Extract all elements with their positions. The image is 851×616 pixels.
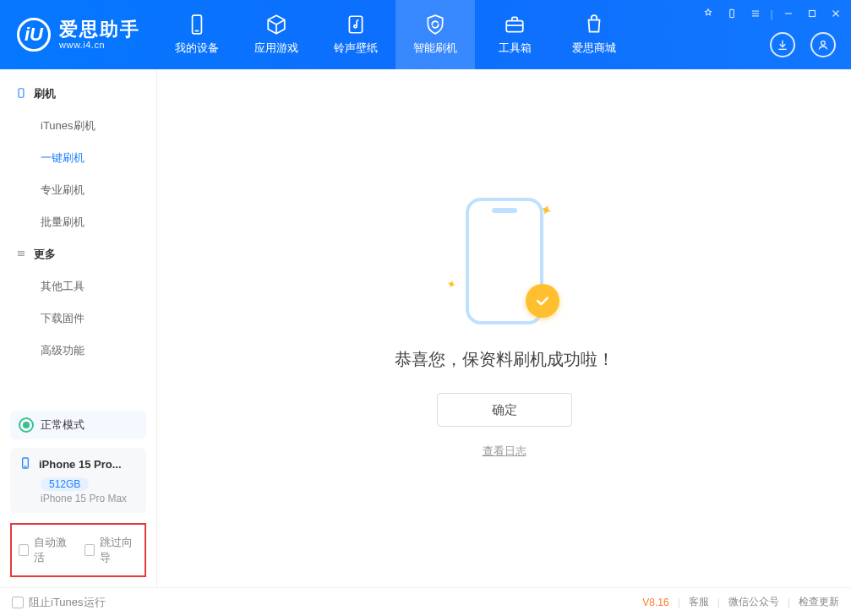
logo-block: iU 爱思助手 www.i4.cn (0, 0, 157, 69)
svg-point-13 (821, 41, 826, 46)
storage-badge: 512GB (41, 477, 89, 491)
device-name: iPhone 15 Pro... (39, 458, 122, 471)
menu-icon[interactable] (747, 5, 764, 22)
status-ok-icon (19, 417, 34, 433)
toolbox-icon (504, 14, 526, 35)
app-logo-icon: iU (17, 18, 51, 52)
success-message: 恭喜您，保资料刷机成功啦！ (395, 348, 614, 371)
top-navbar: 我的设备 应用游戏 铃声壁纸 智能刷机 (157, 0, 634, 69)
status-label: 正常模式 (41, 417, 85, 433)
nav-label: 铃声壁纸 (334, 41, 378, 56)
sidebar-item-pro-flash[interactable]: 专业刷机 (0, 174, 156, 206)
svg-rect-5 (729, 9, 734, 17)
main-panel: ✦ ✦ 恭喜您，保资料刷机成功啦！ 确定 查看日志 (157, 69, 851, 587)
checkbox-icon (12, 597, 24, 608)
music-icon (345, 14, 367, 35)
success-illustration: ✦ ✦ (441, 198, 568, 324)
close-button[interactable] (827, 5, 844, 22)
svg-rect-4 (506, 21, 523, 32)
check-badge-icon (526, 284, 559, 318)
checkbox-skip-wizard[interactable]: 跳过向导 (85, 535, 139, 565)
checkbox-icon (19, 544, 29, 556)
nav-ringtone-wallpaper[interactable]: 铃声壁纸 (316, 0, 395, 69)
svg-rect-10 (810, 11, 816, 17)
view-log-link[interactable]: 查看日志 (483, 444, 526, 459)
body: 刷机 iTunes刷机 一键刷机 专业刷机 批量刷机 更多 其他工具 下载固件 … (0, 69, 851, 587)
nav-apps-games[interactable]: 应用游戏 (237, 0, 316, 69)
feedback-icon[interactable] (700, 5, 717, 22)
footer-link-wechat[interactable]: 微信公众号 (728, 595, 779, 609)
sidebar: 刷机 iTunes刷机 一键刷机 专业刷机 批量刷机 更多 其他工具 下载固件 … (0, 69, 157, 587)
sidebar-group-title: 更多 (34, 247, 56, 262)
confirm-button[interactable]: 确定 (437, 393, 572, 427)
sidebar-item-advanced[interactable]: 高级功能 (0, 335, 156, 367)
sidebar-group-flash[interactable]: 刷机 (0, 78, 156, 110)
nav-label: 工具箱 (499, 41, 532, 56)
nav-label: 智能刷机 (413, 41, 457, 56)
sidebar-bottom: 正常模式 iPhone 15 Pro... 512GB iPhone 15 Pr… (0, 402, 156, 587)
sidebar-group-title: 刷机 (34, 86, 56, 101)
header-action-circles (770, 32, 836, 57)
minimize-button[interactable] (780, 5, 797, 22)
sidebar-item-one-click-flash[interactable]: 一键刷机 (0, 142, 156, 174)
device-card[interactable]: iPhone 15 Pro... 512GB iPhone 15 Pro Max (10, 448, 146, 513)
footer-link-check-update[interactable]: 检查更新 (799, 595, 839, 609)
checkbox-label: 自动激活 (34, 535, 72, 565)
device-model: iPhone 15 Pro Max (41, 493, 138, 504)
checkbox-label: 阻止iTunes运行 (29, 595, 106, 610)
svg-rect-14 (19, 88, 24, 97)
phone-icon (19, 456, 32, 472)
footer-link-support[interactable]: 客服 (689, 595, 709, 609)
checkbox-auto-activate[interactable]: 自动激活 (19, 535, 73, 565)
version-label: V8.16 (642, 597, 668, 608)
sidebar-group-more[interactable]: 更多 (0, 238, 156, 270)
sidebar-item-other-tools[interactable]: 其他工具 (0, 270, 156, 303)
window-controls: | (700, 5, 844, 22)
nav-smart-flash[interactable]: 智能刷机 (395, 0, 475, 69)
shield-refresh-icon (424, 14, 446, 35)
footer: 阻止iTunes运行 V8.16 | 客服 | 微信公众号 | 检查更新 (0, 587, 851, 616)
header: iU 爱思助手 www.i4.cn 我的设备 应用游戏 (0, 0, 851, 69)
download-button[interactable] (770, 32, 795, 57)
nav-label: 应用游戏 (254, 41, 298, 56)
nav-toolbox[interactable]: 工具箱 (475, 0, 554, 69)
phone-small-icon[interactable] (723, 5, 740, 22)
nav-label: 爱思商城 (572, 41, 616, 56)
sidebar-item-itunes-flash[interactable]: iTunes刷机 (0, 110, 156, 142)
more-icon (15, 248, 27, 262)
logo-text: 爱思助手 www.i4.cn (59, 19, 140, 50)
app-window: iU 爱思助手 www.i4.cn 我的设备 应用游戏 (0, 0, 851, 616)
nav-label: 我的设备 (175, 41, 219, 56)
nav-my-device[interactable]: 我的设备 (157, 0, 237, 69)
checkbox-block-itunes[interactable]: 阻止iTunes运行 (12, 595, 106, 610)
app-title: 爱思助手 (59, 19, 140, 40)
sidebar-item-download-firmware[interactable]: 下载固件 (0, 303, 156, 335)
highlighted-options: 自动激活 跳过向导 (10, 523, 146, 577)
svg-point-3 (354, 25, 357, 28)
cube-icon (265, 14, 287, 35)
checkbox-label: 跳过向导 (100, 535, 138, 565)
maximize-button[interactable] (804, 5, 821, 22)
nav-store[interactable]: 爱思商城 (554, 0, 634, 69)
shopping-bag-icon (583, 14, 605, 35)
phone-icon (186, 14, 208, 35)
phone-outline-icon (15, 87, 27, 101)
checkbox-icon (85, 544, 95, 556)
sidebar-item-batch-flash[interactable]: 批量刷机 (0, 206, 156, 238)
account-button[interactable] (810, 32, 836, 57)
device-mode-status[interactable]: 正常模式 (10, 411, 146, 439)
app-subtitle: www.i4.cn (59, 40, 140, 50)
sparkle-icon: ✦ (444, 275, 458, 292)
